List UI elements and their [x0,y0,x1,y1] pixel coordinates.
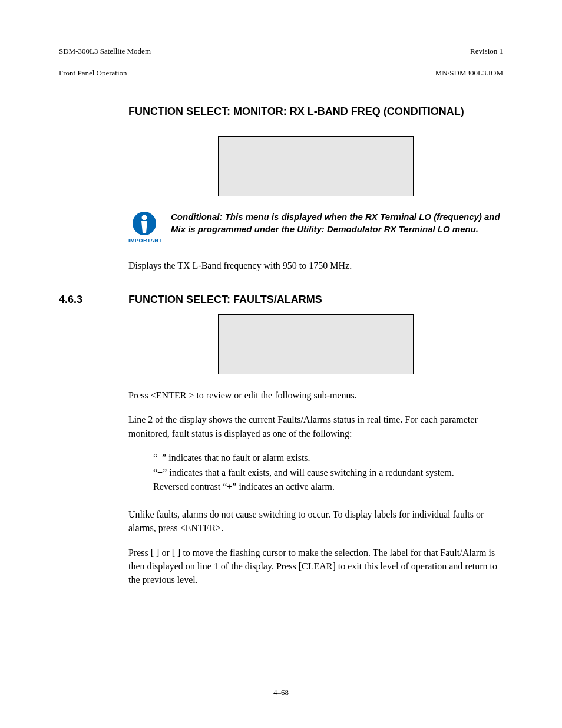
svg-point-1 [142,215,147,220]
section-monitor-rx-lband: FUNCTION SELECT: MONITOR: RX L-BAND FREQ… [128,104,503,272]
status-legend-list: “–” indicates that no fault or alarm exi… [153,451,503,495]
section-number: 4.6.3 [59,294,128,306]
section-faults-alarms: Press <ENTER > to review or edit the fol… [128,314,503,587]
header-right-line1: Revision 1 [470,47,503,55]
body-paragraph: Line 2 of the display shows the current … [128,413,503,440]
page-footer: 4–68 [59,684,503,697]
important-label: IMPORTANT [128,238,160,243]
list-item: Reversed contrast “+” indicates an activ… [153,480,503,495]
header-right-line2: MN/SDM300L3.IOM [435,68,503,77]
page-header: SDM-300L3 Satellite Modem Front Panel Op… [59,35,503,78]
section-heading-row: 4.6.3 FUNCTION SELECT: FAULTS/ALARMS [59,294,503,306]
important-callout: IMPORTANT Conditional: This menu is disp… [128,210,503,243]
header-left: SDM-300L3 Satellite Modem Front Panel Op… [59,35,151,78]
section-title: FUNCTION SELECT: FAULTS/ALARMS [128,294,322,306]
body-paragraph: Unlike faults, alarms do not cause switc… [128,508,503,535]
body-paragraph: Press [ ] or [ ] to move the flashing cu… [128,546,503,587]
body-paragraph: Displays the TX L-Band frequency with 95… [128,259,503,272]
important-icon: IMPORTANT [128,210,160,243]
body-paragraph: Press <ENTER > to review or edit the fol… [128,388,503,402]
footer-rule [59,684,503,684]
list-item: “+” indicates that a fault exists, and w… [153,466,503,480]
page-number: 4–68 [59,688,503,697]
section-title: FUNCTION SELECT: MONITOR: RX L-BAND FREQ… [128,104,503,118]
page: SDM-300L3 Satellite Modem Front Panel Op… [0,0,562,728]
header-right: Revision 1 MN/SDM300L3.IOM [435,35,503,78]
header-left-line1: SDM-300L3 Satellite Modem [59,47,151,55]
lcd-display-placeholder [218,136,414,196]
list-item: “–” indicates that no fault or alarm exi… [153,451,503,466]
lcd-display-placeholder [218,314,414,374]
important-text: Conditional: This menu is displayed when… [171,210,503,235]
header-left-line2: Front Panel Operation [59,68,127,77]
